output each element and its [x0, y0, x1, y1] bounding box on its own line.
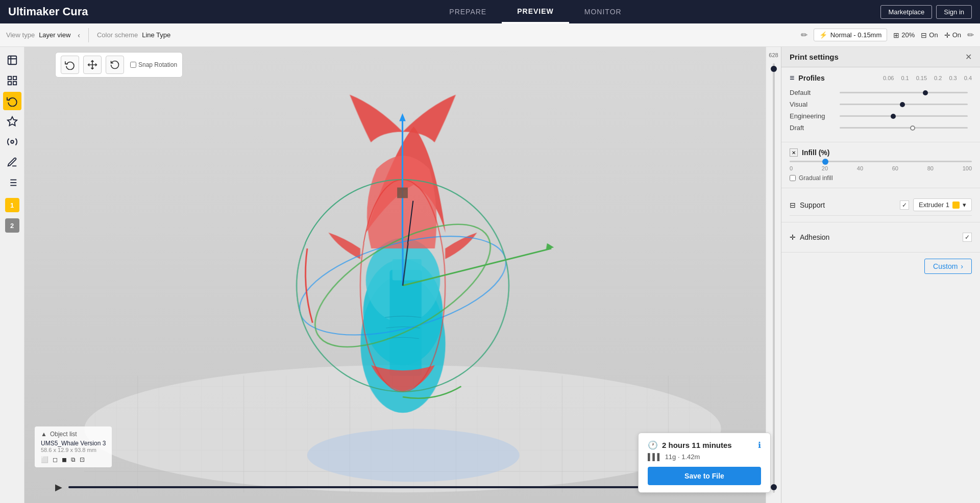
top-navigation: Ultimaker Cura PREPARE PREVIEW MONITOR M…: [0, 0, 980, 23]
adhesion-icon: ✛: [944, 31, 950, 39]
profile-default-thumb[interactable]: [923, 90, 928, 95]
infill-label-20: 20: [822, 165, 828, 171]
save-to-file-button[interactable]: Save to File: [648, 467, 761, 485]
infill-slider-track[interactable]: [790, 161, 972, 162]
adhesion-toggle[interactable]: ✓: [963, 233, 972, 242]
edit-icon-2[interactable]: ✏: [967, 30, 974, 40]
grid-icon: ⊞: [893, 31, 899, 39]
profile-val-5: 0.3: [949, 75, 957, 81]
visibility-toggle-3[interactable]: ✛ On: [944, 31, 961, 39]
support-toggle[interactable]: ✓: [900, 200, 909, 210]
object-list-header[interactable]: ▲ Object list: [41, 431, 106, 438]
profile-default-name: Default: [790, 89, 836, 96]
profile-val-6: 0.4: [964, 75, 972, 81]
collapse-button[interactable]: ‹: [78, 31, 80, 39]
nav-prepare[interactable]: PREPARE: [434, 0, 502, 23]
close-button[interactable]: ✕: [965, 52, 972, 62]
print-settings-header: Print settings ✕: [781, 47, 980, 67]
visibility-value-1: 20%: [901, 31, 915, 39]
infill-label-0: 0: [790, 165, 793, 171]
print-profile-selector[interactable]: ⚡ Normal - 0.15mm: [814, 29, 887, 41]
profile-engineering-row: Engineering: [790, 112, 972, 120]
support-extruder-dropdown[interactable]: Extruder 1 ▾: [913, 198, 972, 211]
nav-monitor[interactable]: MONITOR: [569, 0, 637, 23]
sidebar-tool-2[interactable]: [3, 71, 21, 90]
profile-val-1: 0.06: [883, 75, 894, 81]
obj-icon-3: ◼: [62, 456, 67, 463]
gradual-infill-control: Gradual infill: [790, 174, 972, 182]
layers-icon: ⚡: [819, 31, 827, 39]
support-label-text: Support: [800, 201, 825, 209]
support-section: ⊟ Support ✓ Extruder 1 ▾: [781, 188, 980, 222]
edit-icon[interactable]: ✏: [801, 30, 807, 40]
visibility-toggle-2[interactable]: ⊟ On: [921, 31, 938, 39]
vertical-slider-track[interactable]: [773, 63, 775, 493]
layer-badge-2[interactable]: 2: [5, 218, 19, 233]
extruder-color-swatch: [952, 202, 960, 209]
nav-preview[interactable]: PREVIEW: [502, 0, 569, 23]
print-time: 2 hours 11 minutes: [662, 441, 732, 449]
object-list-panel: ▲ Object list UMS5_Whale Version 3 58.6 …: [35, 426, 112, 467]
gradual-infill-checkbox[interactable]: [790, 175, 796, 181]
material-icon: ▌▌▌: [648, 453, 662, 461]
toolbar: View type Layer view ‹ Color scheme Line…: [0, 23, 980, 47]
visibility-on-1: On: [929, 31, 938, 39]
vertical-slider-thumb-bottom[interactable]: [771, 484, 777, 490]
view-type-label: View type: [6, 31, 35, 39]
nav-links: PREPARE PREVIEW MONITOR: [434, 0, 636, 23]
svg-rect-2: [13, 82, 16, 85]
marketplace-button[interactable]: Marketplace: [880, 5, 932, 19]
sidebar-tool-6[interactable]: [3, 153, 21, 171]
adhesion-section: ✛ Adhesion ✓: [781, 222, 980, 253]
material-row: ▌▌▌ 11g · 1.42m: [648, 453, 761, 461]
profiles-header: ≡ Profiles 0.06 0.1 0.15 0.2 0.3 0.4: [790, 73, 972, 83]
nav-right: Marketplace Sign in: [880, 5, 972, 19]
adhesion-row: ✛ Adhesion ✓: [790, 229, 972, 246]
color-scheme-value: Line Type: [142, 31, 170, 39]
profile-visual-thumb[interactable]: [900, 102, 905, 107]
info-icon[interactable]: ℹ: [758, 440, 761, 450]
sidebar-tool-rotate[interactable]: [3, 92, 21, 110]
toolbar-right-controls: ✏ ⚡ Normal - 0.15mm ⊞ 20% ⊟ On ✛ On ✏: [801, 29, 974, 41]
svg-rect-31: [398, 187, 408, 198]
material-amount: 11g · 1.42m: [665, 453, 700, 461]
sidebar-tool-7[interactable]: [3, 173, 21, 192]
infill-label-40: 40: [857, 165, 863, 171]
print-settings-panel: Print settings ✕ ≡ Profiles 0.06 0.1 0.1…: [781, 47, 980, 503]
sidebar-tool-5[interactable]: [3, 133, 21, 151]
profile-engineering-slider[interactable]: [840, 115, 968, 117]
logo-part2: Cura: [62, 5, 88, 18]
infill-section: ✕ Infill (%) 0 20 40 60 80 100 Gradual i…: [781, 142, 980, 188]
profiles-section: ≡ Profiles 0.06 0.1 0.15 0.2 0.3 0.4 Def…: [781, 67, 980, 142]
sidebar-tool-1[interactable]: [3, 51, 21, 69]
profile-default-slider[interactable]: [840, 92, 968, 93]
vertical-slider-thumb-top[interactable]: [771, 66, 777, 72]
profile-draft-slider[interactable]: [840, 127, 968, 129]
print-profile-value: Normal - 0.15mm: [830, 31, 881, 39]
obj-icon-2: ◻: [53, 456, 58, 463]
custom-button[interactable]: Custom ›: [924, 259, 972, 274]
profile-engineering-thumb[interactable]: [891, 114, 896, 119]
support-icon: ⊟: [921, 31, 927, 39]
view-type-value: Layer view: [39, 31, 70, 39]
adhesion-label-text: Adhesion: [800, 233, 829, 241]
infill-header: ✕ Infill (%): [790, 148, 972, 157]
custom-button-container: Custom ›: [781, 253, 980, 280]
layer-badge-1[interactable]: 1: [5, 198, 19, 212]
infill-label-60: 60: [892, 165, 898, 171]
infill-slider-thumb[interactable]: [822, 159, 828, 165]
svg-marker-27: [400, 113, 406, 121]
svg-rect-0: [8, 77, 11, 80]
clock-icon: 🕐: [648, 440, 658, 450]
profiles-icon: ≡: [790, 73, 794, 83]
infill-checkbox[interactable]: ✕: [790, 148, 798, 157]
sidebar-tool-4[interactable]: [3, 112, 21, 131]
visibility-toggle-1[interactable]: ⊞ 20%: [893, 31, 915, 39]
profile-values: 0.06 0.1 0.15 0.2 0.3 0.4: [883, 75, 972, 81]
time-row: 🕐 2 hours 11 minutes ℹ: [648, 440, 761, 450]
infill-label-80: 80: [927, 165, 934, 171]
play-button[interactable]: ▶: [55, 482, 62, 493]
custom-arrow-icon: ›: [961, 262, 963, 270]
profile-visual-slider[interactable]: [840, 104, 968, 105]
signin-button[interactable]: Sign in: [936, 5, 972, 19]
